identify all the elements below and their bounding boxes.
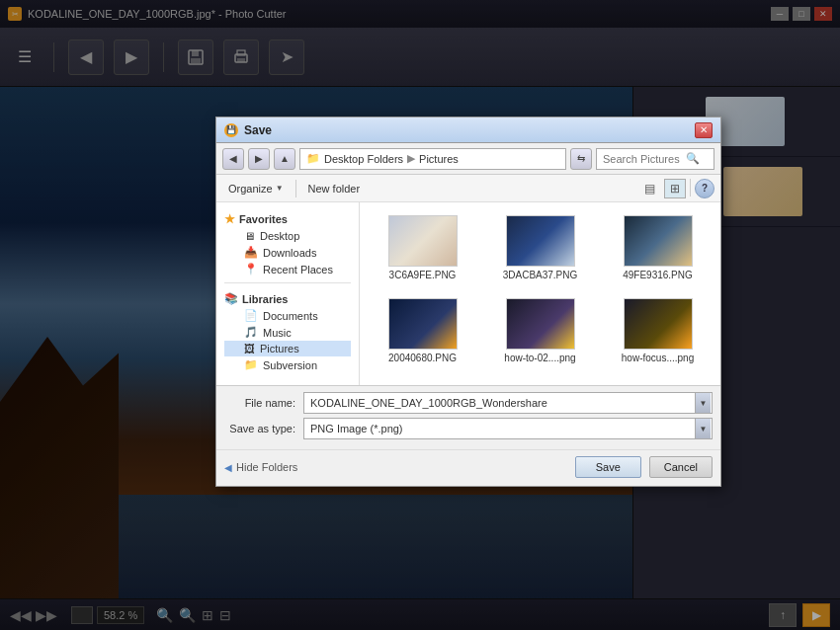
libraries-title: 📚 Libraries — [224, 290, 351, 307]
tree-item-downloads[interactable]: 📥 Downloads — [224, 244, 351, 261]
desktop-icon: 🖥 — [244, 230, 255, 242]
file-item-1[interactable]: 3C6A9FE.PNG — [368, 210, 477, 285]
savetype-dropdown[interactable]: PNG Image (*.png) — [303, 418, 713, 439]
recent-icon: 📍 — [244, 263, 258, 276]
file-name-1: 3C6A9FE.PNG — [389, 270, 457, 280]
search-input[interactable] — [603, 153, 682, 165]
organize-label: Organize — [228, 183, 273, 195]
cancel-dialog-button[interactable]: Cancel — [649, 456, 713, 478]
action-buttons: Save Cancel — [575, 456, 713, 478]
filename-row: File name: ▼ — [224, 392, 713, 414]
file-thumb-6 — [624, 298, 693, 350]
addr-sep-icon: ▶ — [407, 152, 415, 165]
savetype-input-wrap: PNG Image (*.png) ▼ — [303, 418, 713, 439]
addr-path-1: Desktop Folders — [324, 153, 403, 165]
tree-item-documents[interactable]: 📄 Documents — [224, 307, 351, 324]
file-name-5: how-to-02....png — [504, 353, 575, 363]
file-browser: ★ Favorites 🖥 Desktop 📥 Downloads 📍 — [216, 202, 720, 385]
filename-input[interactable] — [303, 392, 713, 414]
dialog-buttons: ◀ Hide Folders Save Cancel — [216, 449, 720, 486]
filename-input-wrap: ▼ — [303, 392, 713, 414]
tree-item-music[interactable]: 🎵 Music — [224, 324, 351, 341]
search-icon: 🔍 — [686, 152, 700, 165]
addr-back-button[interactable]: ◀ — [222, 148, 244, 170]
nav-tree: ★ Favorites 🖥 Desktop 📥 Downloads 📍 — [216, 202, 360, 385]
addr-path-2: Pictures — [419, 153, 459, 165]
dtb-right: ▤ ⊞ ? — [638, 179, 714, 198]
favorites-section: ★ Favorites 🖥 Desktop 📥 Downloads 📍 — [216, 206, 359, 279]
star-icon: ★ — [224, 212, 235, 226]
help-button[interactable]: ? — [695, 179, 714, 198]
file-name-4: 20040680.PNG — [388, 353, 457, 363]
file-item-2[interactable]: 3DACBA37.PNG — [485, 210, 595, 285]
tree-item-desktop[interactable]: 🖥 Desktop — [224, 228, 351, 244]
dialog-toolbar: Organize ▼ New folder ▤ ⊞ ? — [216, 175, 720, 202]
libraries-icon: 📚 — [224, 292, 238, 305]
save-dialog-button[interactable]: Save — [575, 456, 641, 478]
file-thumb-3 — [624, 215, 693, 267]
file-item-5[interactable]: how-to-02....png — [485, 293, 595, 368]
app-window: ✂ KODALINE_ONE_DAY_1000RGB.jpg* - Photo … — [0, 0, 840, 630]
view-button-2[interactable]: ⊞ — [664, 179, 686, 198]
dialog-toolbar-sep — [295, 180, 296, 197]
organize-arrow-icon: ▼ — [276, 184, 284, 193]
file-name-6: how-focus....png — [622, 353, 694, 363]
folder-icon: 📁 — [306, 152, 320, 165]
addr-search-box: 🔍 — [596, 148, 714, 170]
save-dialog: 💾 Save ✕ ◀ ▶ ▲ 📁 Desktop Folders ▶ Pictu… — [215, 117, 721, 487]
new-folder-button[interactable]: New folder — [302, 181, 367, 197]
addr-refresh-button[interactable]: ⇆ — [570, 148, 592, 170]
hide-folders-button[interactable]: ◀ Hide Folders — [224, 461, 297, 473]
file-item-4[interactable]: 20040680.PNG — [368, 293, 477, 368]
pictures-icon: 🖼 — [244, 343, 255, 354]
addr-path: 📁 Desktop Folders ▶ Pictures — [299, 148, 566, 170]
view-button-1[interactable]: ▤ — [638, 179, 660, 198]
filename-dropdown-arrow: ▼ — [695, 393, 711, 413]
dialog-close-button[interactable]: ✕ — [695, 122, 713, 138]
libraries-section: 📚 Libraries 📄 Documents 🎵 Music 🖼 — [216, 286, 359, 375]
tree-item-subversion[interactable]: 📁 Subversion — [224, 356, 351, 373]
dialog-title-bar: 💾 Save ✕ — [216, 118, 720, 143]
music-icon: 🎵 — [244, 326, 258, 339]
dialog-bottom-form: File name: ▼ Save as type: PNG Image (*.… — [216, 385, 720, 449]
documents-icon: 📄 — [244, 309, 258, 322]
address-bar: ◀ ▶ ▲ 📁 Desktop Folders ▶ Pictures ⇆ 🔍 — [216, 143, 720, 175]
dialog-icon: 💾 — [224, 123, 238, 137]
dtb-sep-2 — [690, 179, 691, 197]
organize-button[interactable]: Organize ▼ — [222, 181, 290, 197]
downloads-icon: 📥 — [244, 246, 258, 259]
file-thumb-5 — [506, 298, 575, 350]
dialog-title-left: 💾 Save — [224, 123, 272, 137]
file-thumb-1 — [388, 215, 458, 267]
file-name-3: 49FE9316.PNG — [623, 270, 693, 280]
addr-forward-button[interactable]: ▶ — [248, 148, 270, 170]
savetype-label: Save as type: — [224, 423, 303, 434]
tree-item-recent[interactable]: 📍 Recent Places — [224, 261, 351, 277]
dialog-title-text: Save — [244, 123, 272, 137]
file-thumb-2 — [506, 215, 575, 267]
tree-item-pictures[interactable]: 🖼 Pictures — [224, 341, 351, 356]
dialog-overlay: 💾 Save ✕ ◀ ▶ ▲ 📁 Desktop Folders ▶ Pictu… — [0, 0, 840, 630]
hide-folders-label: Hide Folders — [236, 461, 297, 473]
subversion-icon: 📁 — [244, 358, 258, 371]
file-thumb-4 — [388, 298, 458, 350]
tree-divider — [224, 282, 351, 283]
savetype-row: Save as type: PNG Image (*.png) ▼ — [224, 418, 713, 439]
file-item-3[interactable]: 49FE9316.PNG — [603, 210, 713, 285]
files-grid: 3C6A9FE.PNG 3DACBA37.PNG 49FE9316.PNG 20… — [360, 202, 720, 385]
favorites-title: ★ Favorites — [224, 210, 351, 228]
savetype-dropdown-arrow: ▼ — [695, 419, 711, 438]
savetype-value: PNG Image (*.png) — [310, 423, 403, 434]
file-item-6[interactable]: how-focus....png — [603, 293, 713, 368]
hf-arrow-icon: ◀ — [224, 462, 232, 473]
addr-up-button[interactable]: ▲ — [274, 148, 295, 170]
file-name-2: 3DACBA37.PNG — [503, 270, 578, 280]
filename-label: File name: — [224, 397, 303, 409]
new-folder-label: New folder — [308, 183, 361, 195]
